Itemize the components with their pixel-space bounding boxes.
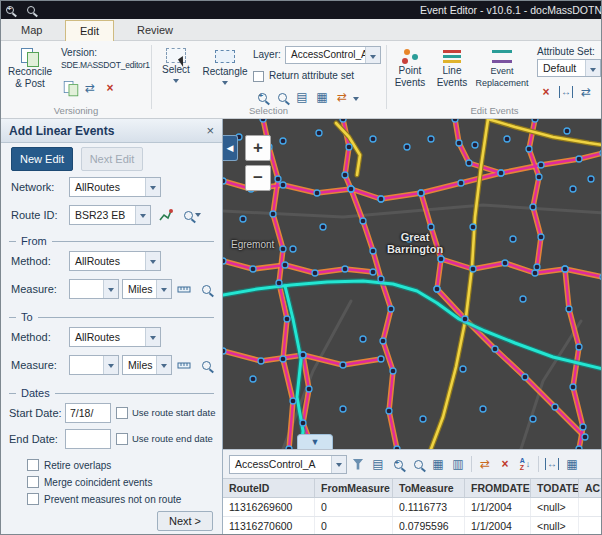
attribute-grid-panel: AccessControl_A ▤ ▦ ▥ ⇄ × AZ↓ ↔ ▦ RouteI… (223, 449, 602, 535)
rectangle-dropdown-icon (222, 81, 228, 85)
zoom-in-button[interactable]: + (245, 135, 271, 161)
selection-more-icon[interactable] (353, 97, 359, 101)
version-value[interactable]: SDE.MASSDOT_editor1 (61, 60, 149, 70)
fit-extent-icon[interactable]: ↔ (557, 83, 575, 101)
event-editor-window: Event Editor - v10.6.1 - docMassDOTN Map… (0, 0, 602, 535)
layer-combobox[interactable]: AccessControl_A (285, 46, 381, 64)
table-icon[interactable]: ▦ (429, 455, 447, 473)
network-combobox[interactable]: AllRoutes (69, 177, 161, 197)
rectangle-icon (215, 50, 235, 63)
more-grid-tools-icon[interactable]: ▦ (563, 455, 581, 473)
retire-overlaps-label: Retire overlaps (44, 458, 111, 473)
tab-edit[interactable]: Edit (65, 20, 114, 42)
ribbon-divider (386, 45, 387, 109)
table-row[interactable]: 11316270600 0 0.0795596 1/1/2004 <null> (223, 517, 602, 535)
filter-icon[interactable] (349, 455, 367, 473)
edit-events-tools: × ↔ ⇄ ▥ (537, 83, 602, 101)
attribute-set-combobox[interactable]: Default (537, 59, 601, 77)
to-measure-zoom-icon[interactable] (196, 355, 216, 375)
flip-measures-icon[interactable]: ⇄ (577, 83, 595, 101)
sort-az-icon[interactable]: AZ↓ (516, 455, 534, 473)
line-events-button[interactable]: Line Events (432, 43, 472, 113)
ribbon-divider (151, 45, 152, 109)
delete-event-icon[interactable]: × (537, 83, 555, 101)
to-section-separator: To (9, 311, 214, 323)
from-measure-unit-combobox[interactable]: Miles (122, 279, 172, 299)
to-method-combobox[interactable]: AllRoutes (69, 327, 161, 347)
start-date-label: Start Date: (9, 403, 62, 423)
start-date-input[interactable] (65, 403, 111, 423)
rectangle-button[interactable]: Rectangle (200, 43, 250, 113)
zoom-in-tool-icon[interactable] (6, 4, 22, 17)
titlebar: Event Editor - v10.6.1 - docMassDOTN (1, 1, 602, 19)
to-measure-pick-icon[interactable] (174, 355, 194, 375)
switch-selection-icon[interactable]: ⇄ (333, 88, 351, 106)
from-measure-combobox[interactable] (69, 279, 119, 299)
map-canvas[interactable]: Egremont Great Barrington ◀ + − ▼ (223, 119, 602, 449)
point-events-button[interactable]: Point Events (390, 43, 430, 113)
open-table-icon[interactable]: ▤ (293, 88, 311, 106)
clear-selection-icon[interactable]: × (496, 455, 514, 473)
tab-review[interactable]: Review (123, 20, 187, 41)
select-button[interactable]: Select (155, 43, 197, 113)
pan-to-selection-icon[interactable] (273, 88, 291, 106)
column-header[interactable]: RouteID (223, 479, 315, 497)
attributes-icon[interactable]: ▦ (313, 88, 331, 106)
version-label: Version: (61, 47, 97, 58)
collapse-panel-icon[interactable]: ◀ (223, 135, 238, 161)
zoom-selected-icon[interactable] (409, 455, 427, 473)
reconcile-post-button[interactable]: Reconcile & Post (3, 43, 57, 113)
grid-layer-combobox[interactable]: AccessControl_A (229, 455, 347, 474)
to-measure-combobox[interactable] (69, 355, 119, 375)
column-header[interactable]: ToMeasure (393, 479, 465, 497)
create-version-icon[interactable] (61, 79, 79, 97)
table-row[interactable]: 11316269600 0 0.1116773 1/1/2004 <null> (223, 498, 602, 517)
more-edit-tools-icon[interactable]: ▥ (597, 83, 602, 101)
collapse-grid-icon[interactable]: ▼ (297, 434, 333, 449)
delete-version-icon[interactable]: × (101, 79, 119, 97)
zoom-to-selection-icon[interactable] (253, 88, 271, 106)
zoom-out-button[interactable]: − (245, 165, 271, 191)
return-attribute-set-checkbox[interactable] (253, 71, 264, 82)
next-button[interactable]: Next > (157, 511, 213, 531)
use-route-start-label: Use route start date (132, 403, 215, 423)
switch-selection-icon[interactable]: ⇄ (476, 455, 494, 473)
merge-coincident-checkbox[interactable] (27, 476, 39, 488)
select-route-on-map-icon[interactable] (155, 205, 175, 225)
retire-overlaps-checkbox[interactable] (27, 459, 39, 471)
column-header[interactable]: AC (579, 479, 602, 497)
prevent-measures-checkbox[interactable] (27, 493, 39, 505)
new-edit-button[interactable]: New Edit (11, 147, 73, 171)
close-icon[interactable]: × (206, 124, 214, 137)
to-method-label: Method: (11, 327, 51, 347)
zoom-in-grid-icon[interactable] (389, 455, 407, 473)
column-header[interactable]: TODATE (531, 479, 579, 497)
zoom-tool-icon[interactable] (27, 4, 43, 17)
use-route-start-checkbox[interactable] (116, 407, 128, 419)
from-method-combobox[interactable]: AllRoutes (69, 251, 161, 271)
from-measure-zoom-icon[interactable] (196, 279, 216, 299)
grid-toolbar: AccessControl_A ▤ ▦ ▥ ⇄ × AZ↓ ↔ ▦ (223, 450, 602, 478)
to-measure-unit-combobox[interactable]: Miles (122, 355, 172, 375)
use-route-end-checkbox[interactable] (116, 433, 128, 445)
column-header[interactable]: FROMDATE (465, 479, 531, 497)
from-measure-pick-icon[interactable] (174, 279, 194, 299)
route-id-combobox[interactable]: BSR23 EB (69, 205, 151, 225)
return-attribute-set-label: Return attribute set (269, 70, 354, 81)
dates-section-label: Dates (21, 387, 50, 399)
fit-width-icon[interactable]: ↔ (543, 455, 561, 473)
panel-header: Add Linear Events × (1, 119, 222, 143)
event-replacement-button[interactable]: Event Replacement (473, 43, 531, 113)
ribbon: Reconcile & Post Version: SDE.MASSDOT_ed… (1, 41, 602, 119)
end-date-input[interactable] (65, 429, 111, 449)
from-measure-label: Measure: (11, 279, 57, 299)
export-table-icon[interactable]: ▥ (449, 455, 467, 473)
next-edit-button[interactable]: Next Edit (81, 147, 143, 171)
column-header[interactable]: FromMeasure (315, 479, 393, 497)
list-icon[interactable]: ▤ (369, 455, 387, 473)
route-zoom-dropdown-icon[interactable] (179, 205, 205, 225)
selection-group-label: Selection (151, 105, 386, 116)
change-version-icon[interactable]: ⇄ (81, 79, 99, 97)
line-events-icon (442, 48, 462, 65)
tab-map[interactable]: Map (7, 20, 56, 41)
